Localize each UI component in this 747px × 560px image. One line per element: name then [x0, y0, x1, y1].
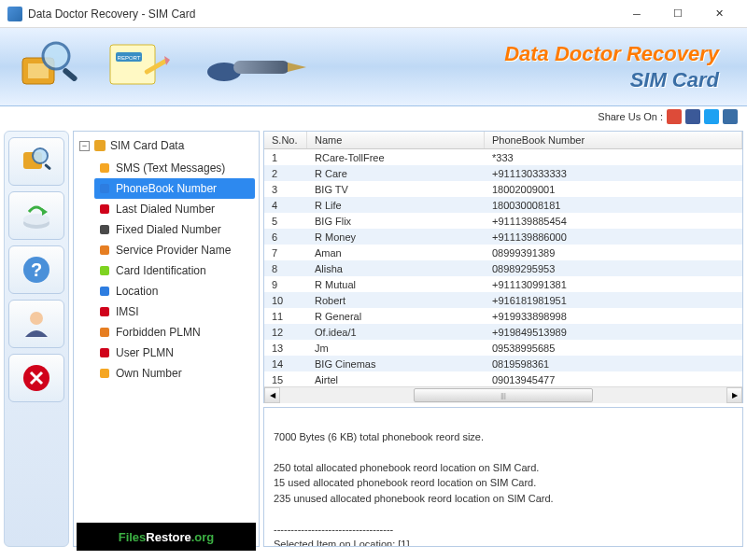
- facebook-icon[interactable]: [685, 109, 700, 124]
- svg-rect-28: [100, 266, 109, 275]
- tree-item[interactable]: Location: [94, 281, 255, 301]
- scan-sim-button[interactable]: [8, 137, 64, 186]
- tree-item-label: User PLMN: [116, 346, 174, 359]
- phonebook-icon: [98, 182, 111, 195]
- svg-rect-25: [100, 204, 109, 214]
- table-row[interactable]: 14BIG Cinemas0819598361: [264, 356, 742, 371]
- horizontal-scrollbar[interactable]: ◀ ||| ▶: [264, 386, 742, 402]
- table-row[interactable]: 12Of.idea/1+919849513989: [264, 324, 742, 340]
- table-row[interactable]: 4R Life180030008181: [264, 197, 742, 213]
- table-cell: Robert: [307, 295, 485, 306]
- app-icon: [7, 7, 22, 21]
- table-cell: 6: [264, 231, 307, 243]
- table-cell: Of.idea/1: [307, 327, 485, 338]
- share-icon[interactable]: [723, 109, 738, 124]
- maximize-button[interactable]: ☐: [657, 1, 698, 27]
- brand-title-2: SIM Card: [504, 68, 719, 92]
- table-cell: 8: [264, 263, 307, 274]
- col-sno[interactable]: S.No.: [264, 132, 307, 148]
- table-cell: R Money: [307, 231, 485, 243]
- table-row[interactable]: 13Jm09538995685: [264, 340, 742, 356]
- table-cell: 2: [264, 168, 307, 179]
- table-cell: +916181981951: [485, 295, 742, 306]
- minimize-button[interactable]: ─: [616, 1, 657, 27]
- col-number[interactable]: PhoneBook Number: [485, 132, 742, 148]
- svg-rect-26: [100, 225, 109, 234]
- table-row[interactable]: 1RCare-TollFree*333: [264, 149, 742, 165]
- tree-item[interactable]: PhoneBook Number: [94, 178, 255, 199]
- scroll-thumb[interactable]: |||: [414, 388, 592, 402]
- table-cell: Alisha: [307, 263, 485, 274]
- tree-item[interactable]: User PLMN: [94, 343, 255, 363]
- user-button[interactable]: [8, 300, 64, 348]
- svg-rect-27: [100, 245, 109, 255]
- table-cell: Aman: [307, 247, 485, 259]
- help-button[interactable]: ?: [8, 245, 64, 294]
- tree-item[interactable]: IMSI: [94, 301, 255, 322]
- svg-rect-3: [62, 67, 78, 82]
- table-body: 1RCare-TollFree*3332R Care+9111303333333…: [264, 149, 742, 386]
- footer-logo[interactable]: FilesRestore.org: [77, 523, 256, 551]
- sidebar-toolbar: ?: [4, 131, 69, 547]
- table-cell: BIG Flix: [307, 216, 485, 227]
- scroll-left-button[interactable]: ◀: [264, 387, 280, 403]
- table-cell: Jm: [307, 343, 485, 354]
- tree-item[interactable]: Own Number: [94, 363, 255, 384]
- svg-rect-24: [100, 184, 109, 193]
- table-cell: R General: [307, 311, 485, 322]
- twitter-icon[interactable]: [704, 109, 719, 124]
- col-name[interactable]: Name: [307, 132, 485, 148]
- svg-point-20: [30, 312, 43, 325]
- tree-item[interactable]: Service Provider Name: [94, 240, 255, 260]
- tree-root[interactable]: − SIM Card Data: [78, 137, 255, 154]
- table-row[interactable]: 15Airtel09013945477: [264, 371, 742, 386]
- save-button[interactable]: [8, 191, 64, 240]
- table-cell: 10: [264, 295, 307, 306]
- key-icon: [98, 305, 111, 318]
- table-cell: +911139885454: [485, 216, 742, 227]
- table-row[interactable]: 8Alisha08989295953: [264, 260, 742, 276]
- tree-item[interactable]: Forbidden PLMN: [94, 322, 255, 343]
- table-cell: 12: [264, 327, 307, 338]
- person-icon: [98, 367, 111, 380]
- table-cell: 14: [264, 358, 307, 370]
- svg-rect-14: [44, 163, 51, 170]
- table-cell: 18002009001: [485, 184, 742, 195]
- table-header: S.No. Name PhoneBook Number: [264, 132, 742, 149]
- table-cell: +919849513989: [485, 327, 742, 338]
- table-row[interactable]: 9R Mutual+911130991381: [264, 276, 742, 292]
- table-row[interactable]: 6R Money+911139886000: [264, 229, 742, 245]
- tree-item[interactable]: Last Dialed Number: [94, 199, 255, 219]
- tree-item-label: Last Dialed Number: [116, 203, 215, 216]
- table-row[interactable]: 11R General+919933898998: [264, 308, 742, 324]
- exit-button[interactable]: [8, 354, 64, 402]
- calendar-icon: [98, 203, 111, 216]
- table-cell: 4: [264, 200, 307, 211]
- tree-item[interactable]: Fixed Dialed Number: [94, 219, 255, 240]
- table-row[interactable]: 5BIG Flix+911139885454: [264, 213, 742, 229]
- table-cell: 180030008181: [485, 200, 742, 211]
- table-cell: R Care: [307, 168, 485, 179]
- close-button[interactable]: ✕: [698, 1, 740, 27]
- collapse-icon[interactable]: −: [79, 141, 90, 151]
- tree-item-label: Service Provider Name: [116, 244, 231, 257]
- table-cell: 15: [264, 374, 307, 385]
- svg-marker-11: [288, 63, 306, 72]
- table-row[interactable]: 3BIG TV18002009001: [264, 181, 742, 197]
- table-row[interactable]: 2R Care+911130333333: [264, 165, 742, 181]
- tree-item-label: Location: [116, 285, 158, 298]
- googleplus-icon[interactable]: [667, 109, 682, 124]
- envelope-icon: [98, 161, 111, 175]
- table-row[interactable]: 7Aman08999391389: [264, 245, 742, 260]
- tree-item[interactable]: Card Identification: [94, 260, 255, 281]
- tree-item-label: Forbidden PLMN: [116, 326, 201, 339]
- tower-icon: [98, 326, 111, 339]
- svg-point-2: [43, 43, 69, 69]
- tree-item[interactable]: SMS (Text Messages): [94, 158, 255, 178]
- table-row[interactable]: 10Robert+916181981951: [264, 292, 742, 308]
- idcard-icon: [98, 264, 111, 277]
- scroll-right-button[interactable]: ▶: [726, 387, 742, 403]
- tree-item-label: Own Number: [116, 367, 182, 380]
- tree-item-label: Fixed Dialed Number: [116, 223, 221, 236]
- table-cell: 9: [264, 279, 307, 290]
